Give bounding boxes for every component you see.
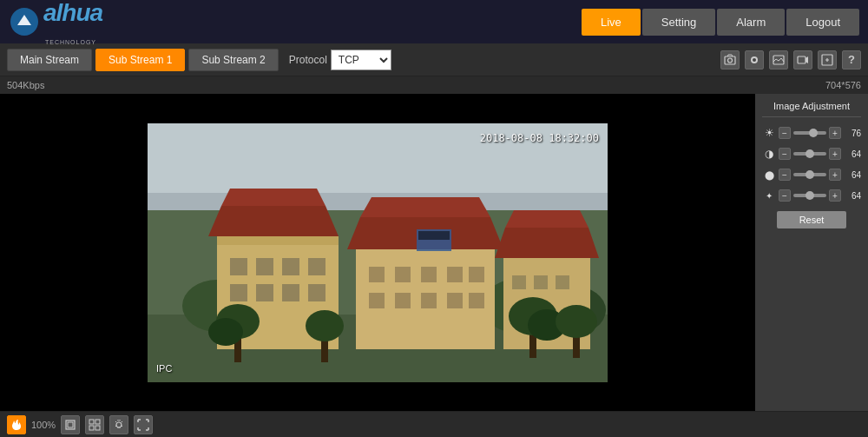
brightness-minus-btn[interactable]: − bbox=[779, 127, 791, 139]
ipc-label: IPC bbox=[156, 363, 172, 374]
video-icon-btn[interactable] bbox=[793, 50, 812, 70]
main-content: 2018-08-08 18:32:00 IPC Image Adjustment… bbox=[0, 94, 868, 411]
record-icon-btn[interactable] bbox=[745, 50, 764, 70]
logo-sub: TECHNOLOGY bbox=[45, 39, 102, 45]
svg-rect-1 bbox=[725, 56, 735, 64]
settings-icon bbox=[113, 419, 125, 431]
photo-icon bbox=[773, 54, 785, 66]
sharpness-icon: ✦ bbox=[762, 189, 776, 202]
fullscreen-icon-btn[interactable] bbox=[134, 415, 153, 434]
saturation-minus-btn[interactable]: − bbox=[779, 169, 791, 181]
bottom-bar: 100% bbox=[0, 411, 868, 437]
nav-tabs: Live Setting Alarm Logout bbox=[582, 9, 859, 36]
sub-stream-1-btn[interactable]: Sub Stream 1 bbox=[95, 49, 185, 71]
zoom-icon bbox=[821, 54, 833, 66]
grid-icon-btn[interactable] bbox=[85, 415, 104, 434]
sharpness-minus-btn[interactable]: − bbox=[779, 189, 791, 202]
saturation-value: 64 bbox=[844, 170, 861, 180]
saturation-icon: ⬤ bbox=[762, 168, 776, 182]
help-icon: ? bbox=[848, 53, 855, 66]
snapshot-icon-btn[interactable] bbox=[720, 50, 740, 70]
help-icon-btn[interactable]: ? bbox=[842, 50, 861, 70]
svg-rect-63 bbox=[68, 422, 73, 427]
status-bar: 504Kbps 704*576 bbox=[0, 76, 868, 94]
video-canvas bbox=[148, 123, 608, 382]
timestamp: 2018-08-08 18:32:00 bbox=[480, 132, 599, 144]
contrast-icon: ◑ bbox=[762, 147, 776, 161]
svg-rect-61 bbox=[148, 123, 608, 382]
nav-tab-alarm[interactable]: Alarm bbox=[717, 9, 785, 36]
saturation-plus-btn[interactable]: + bbox=[829, 169, 841, 181]
brightness-row: ☀ − + 76 bbox=[762, 124, 861, 142]
svg-rect-64 bbox=[89, 420, 94, 424]
sharpness-slider[interactable] bbox=[793, 194, 826, 197]
svg-point-4 bbox=[753, 58, 756, 62]
brightness-value: 76 bbox=[844, 129, 861, 138]
image-adjustment-title: Image Adjustment bbox=[762, 101, 861, 117]
svg-rect-65 bbox=[95, 420, 100, 424]
contrast-slider[interactable] bbox=[793, 152, 826, 156]
logo-area: alhua TECHNOLOGY bbox=[9, 0, 582, 45]
bitrate-status: 504Kbps bbox=[7, 80, 44, 90]
zoom-fit-icon bbox=[64, 419, 76, 431]
nav-tab-setting[interactable]: Setting bbox=[642, 9, 715, 36]
toolbar-right: ? bbox=[720, 50, 861, 70]
record-icon bbox=[748, 54, 760, 66]
settings-icon-btn[interactable] bbox=[109, 415, 128, 434]
snapshot-icon bbox=[724, 54, 736, 66]
saturation-slider[interactable] bbox=[793, 173, 826, 176]
sharpness-plus-btn[interactable]: + bbox=[829, 189, 841, 202]
svg-rect-66 bbox=[89, 426, 94, 430]
svg-rect-6 bbox=[798, 56, 806, 63]
zoom-fit-icon-btn[interactable] bbox=[61, 415, 80, 434]
video-area: 2018-08-08 18:32:00 IPC bbox=[0, 94, 755, 411]
sharpness-value: 64 bbox=[844, 191, 861, 201]
nav-tab-live[interactable]: Live bbox=[582, 9, 641, 36]
sharpness-row: ✦ − + 64 bbox=[762, 187, 861, 204]
svg-point-2 bbox=[728, 58, 733, 63]
resolution-status: 704*576 bbox=[825, 80, 861, 90]
brightness-slider[interactable] bbox=[793, 131, 826, 135]
fullscreen-icon bbox=[137, 419, 149, 431]
zoom-level: 100% bbox=[31, 420, 56, 430]
brightness-icon: ☀ bbox=[762, 126, 776, 140]
grid-icon bbox=[89, 419, 101, 431]
contrast-plus-btn[interactable]: + bbox=[829, 148, 841, 160]
logo-icon bbox=[9, 6, 40, 37]
right-panel: Image Adjustment ☀ − + 76 ◑ − + 64 ⬤ − bbox=[755, 94, 868, 411]
contrast-row: ◑ − + 64 bbox=[762, 145, 861, 162]
protocol-label: Protocol bbox=[289, 54, 327, 66]
nav-tab-logout[interactable]: Logout bbox=[786, 9, 859, 36]
video-frame: 2018-08-08 18:32:00 IPC bbox=[148, 123, 608, 382]
protocol-select[interactable]: TCP UDP MULTICAST bbox=[331, 50, 391, 70]
video-icon bbox=[797, 54, 809, 66]
main-stream-btn[interactable]: Main Stream bbox=[7, 49, 92, 71]
zoom-icon-btn[interactable] bbox=[818, 50, 837, 70]
saturation-row: ⬤ − + 64 bbox=[762, 166, 861, 183]
contrast-value: 64 bbox=[844, 149, 861, 159]
reset-button[interactable]: Reset bbox=[777, 211, 846, 228]
photo-icon-btn[interactable] bbox=[769, 50, 788, 70]
fire-icon-btn[interactable] bbox=[7, 415, 26, 434]
brightness-plus-btn[interactable]: + bbox=[829, 127, 841, 139]
logo-text: alhua bbox=[43, 0, 102, 27]
sub-stream-2-btn[interactable]: Sub Stream 2 bbox=[188, 49, 278, 71]
toolbar: Main Stream Sub Stream 1 Sub Stream 2 Pr… bbox=[0, 43, 868, 76]
fire-icon bbox=[10, 419, 23, 431]
header: alhua TECHNOLOGY Live Setting Alarm Logo… bbox=[0, 0, 868, 43]
svg-rect-67 bbox=[95, 426, 100, 430]
contrast-minus-btn[interactable]: − bbox=[779, 148, 791, 160]
